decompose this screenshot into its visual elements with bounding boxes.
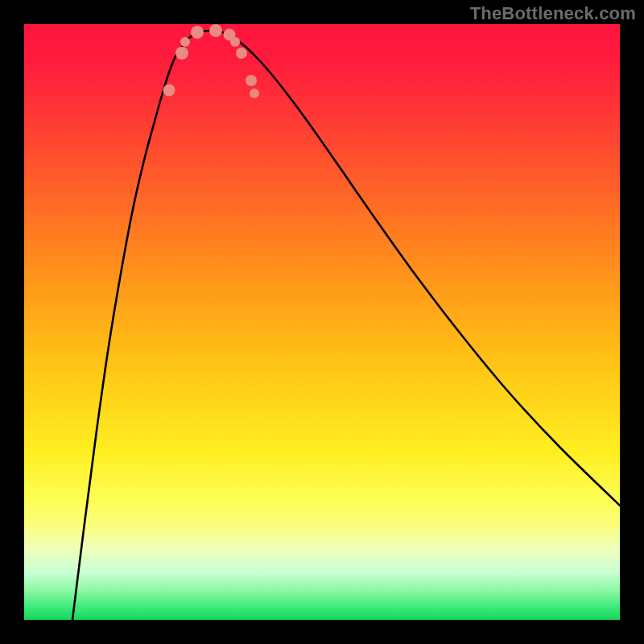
watermark-text: TheBottleneck.com — [470, 3, 636, 24]
data-point — [230, 37, 240, 47]
data-point — [209, 24, 222, 37]
curve-layer — [24, 24, 620, 620]
data-point — [163, 85, 175, 97]
data-point — [180, 37, 190, 47]
bottleneck-curve — [72, 31, 620, 620]
data-point — [175, 47, 188, 60]
data-point — [246, 75, 257, 86]
plot-area — [24, 24, 620, 620]
data-points — [163, 24, 260, 98]
data-point — [236, 47, 247, 59]
chart-frame: TheBottleneck.com — [0, 0, 644, 644]
data-point — [191, 26, 204, 39]
data-point — [250, 89, 259, 98]
